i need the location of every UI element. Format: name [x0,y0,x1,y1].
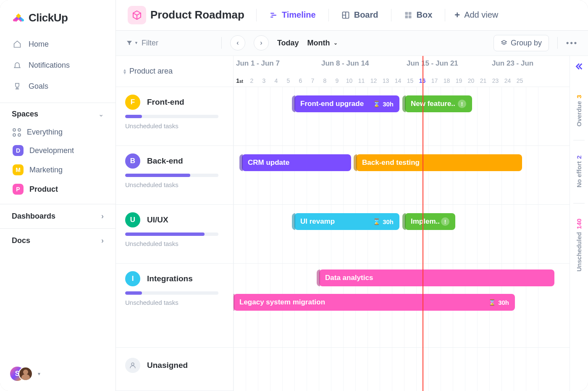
rail-unscheduled[interactable]: Unscheduled 140 [570,207,588,283]
sidebar: ClickUp Home Notifications Goals Spaces … [0,0,116,391]
space-label: Development [29,146,74,155]
group-name: Integrations [147,274,193,283]
group-name: Front-end [147,98,184,107]
more-button[interactable]: ••• [566,39,578,48]
sort-icon: ▴▾ [123,69,126,74]
box-icon [404,11,412,19]
task-label: Implem.. [411,217,440,226]
group-frontend[interactable]: FFront-endUnscheduled tasks [116,87,233,146]
day-cell: 21 [477,77,489,84]
day-cell: 12 [368,77,380,84]
sidebar-item-development[interactable]: DDevelopment [8,141,107,160]
filter-button[interactable]: ▼ Filter [126,39,158,48]
space-label: Product [29,185,58,194]
unscheduled-label: Unscheduled tasks [125,240,224,247]
view-bar: Product Roadmap Timeline Board Box + Add… [116,0,588,31]
group-backend[interactable]: BBack-endUnscheduled tasks [116,146,233,205]
view-board-label: Board [354,10,378,20]
brand[interactable]: ClickUp [0,8,116,34]
timeline[interactable]: Jun 1 - Jun 7Jun 8 - Jun 14Jun 15 - Jun … [234,56,570,391]
sidebar-dashboards[interactable]: Dashboards › [0,204,116,228]
collapse-rail-button[interactable] [574,62,583,71]
task-bar[interactable]: Implem..! [405,213,455,230]
group-column: ▴▾ Product area FFront-endUnscheduled ta… [116,56,234,391]
day-cell: 24 [501,77,514,84]
prev-button[interactable]: ‹ [230,35,245,50]
timeline-row [234,87,570,146]
day-cell: 10 [343,77,355,84]
task-bar[interactable]: Data analytics [319,269,554,286]
group-by-button[interactable]: Group by [494,35,549,51]
user-menu[interactable]: S ▾ [0,359,116,391]
timeline-icon [269,11,278,19]
sidebar-item-everything[interactable]: Everything [8,124,107,141]
nav-notifications[interactable]: Notifications [8,55,107,76]
day-cell: 5 [282,77,294,84]
sidebar-item-marketing[interactable]: MMarketing [8,160,107,180]
progress-bar [125,291,218,295]
task-bar[interactable]: Legacy system migration⌛30h [234,294,515,311]
chevron-right-icon: › [101,236,104,245]
view-box[interactable]: Box [401,8,436,22]
svg-point-5 [131,363,134,365]
day-cell: 18 [441,77,453,84]
group-uiux[interactable]: UUI/UXUnscheduled tasks [116,205,233,264]
svg-rect-1 [405,12,408,15]
sidebar-item-product[interactable]: PProduct [8,180,107,199]
day-cell: 23 [489,77,501,84]
task-label: UI revamp [300,217,335,226]
docs-label: Docs [12,236,30,245]
chevron-right-icon: › [260,39,262,47]
week-label: Jun 23 - Jun [489,59,552,68]
rail-noeffort[interactable]: No effort 2 [570,144,588,199]
today-indicator [423,56,423,391]
timeline-row [234,205,570,264]
task-hours: 30h [498,299,509,306]
nav-goals[interactable]: Goals [8,76,107,97]
week-label: Jun 1 - Jun 7 [234,59,319,68]
space-badge: P [13,184,24,195]
task-label: Front-end upgrade [300,100,364,108]
nav-home[interactable]: Home [8,34,107,55]
toolbar: ▼ Filter ‹ › Today Month ⌄ Group by ••• [116,31,588,56]
day-cell: 14 [392,77,404,84]
svg-rect-4 [408,16,411,18]
week-label: Jun 15 - Jun 21 [404,59,489,68]
today-button[interactable]: Today [277,39,299,48]
group-name: Unasigned [147,361,188,370]
task-bar[interactable]: CRM update [242,154,351,171]
group-avatar: I [125,271,140,286]
task-bar[interactable]: Back-end testing [356,154,522,171]
task-bar[interactable]: Front-end upgrade⌛30h [294,95,399,112]
day-cell: 2 [246,77,258,84]
view-box-label: Box [417,10,433,20]
hourglass-icon: ⌛ [373,100,380,107]
dashboards-label: Dashboards [12,212,55,221]
chevron-down-icon: ⌄ [333,40,338,46]
sidebar-docs[interactable]: Docs › [0,228,116,253]
day-cell: 17 [428,77,441,84]
nav-goals-label: Goals [29,82,48,91]
group-unassigned[interactable]: Unasigned [116,348,233,391]
task-bar[interactable]: New feature..! [405,95,472,112]
task-label: CRM update [248,159,289,167]
add-view-button[interactable]: + Add view [454,10,498,21]
view-board[interactable]: Board [338,8,382,22]
filter-label: Filter [142,39,158,48]
week-label: Jun 8 - Jun 14 [319,59,404,68]
scale-select[interactable]: Month ⌄ [307,39,338,48]
view-timeline[interactable]: Timeline [266,8,319,22]
next-button[interactable]: › [254,35,269,50]
everything-icon [13,128,21,137]
rail-overdue[interactable]: Overdue 3 [570,85,588,136]
column-header[interactable]: ▴▾ Product area [116,56,233,87]
space-badge: M [13,164,24,175]
timeline-row [234,348,570,391]
caret-down-icon: ▾ [38,371,40,377]
task-bar[interactable]: UI revamp⌛30h [294,213,399,230]
group-integrations[interactable]: IIntegrationsUnscheduled tasks [116,264,233,348]
unscheduled-label: Unscheduled tasks [125,181,224,188]
day-cell: 7 [307,77,319,84]
trophy-icon [13,82,22,91]
spaces-header[interactable]: Spaces ⌄ [0,103,116,124]
